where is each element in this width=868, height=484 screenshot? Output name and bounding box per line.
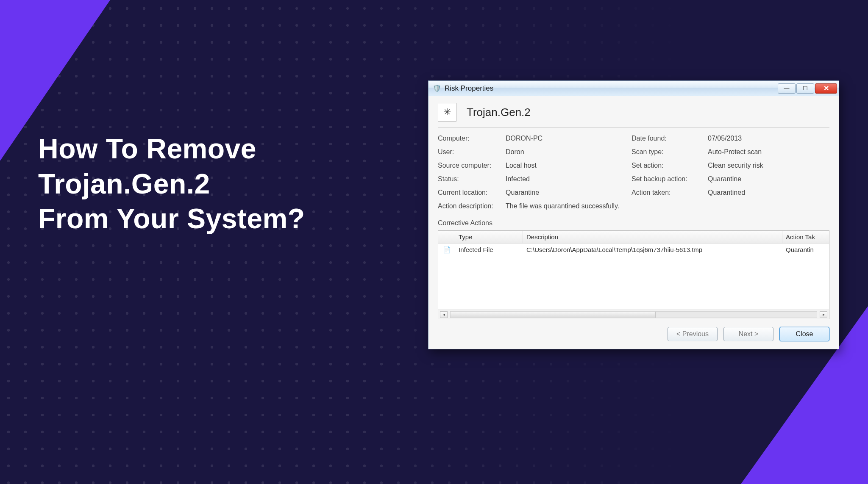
- table-header-icon: [438, 231, 455, 243]
- properties-grid: Computer: DORON-PC Date found: 07/05/201…: [438, 132, 829, 214]
- action-description-label: Action description:: [438, 202, 501, 210]
- set-backup-action-label: Set backup action:: [632, 175, 704, 183]
- dialog-footer: < Previous Next > Close: [438, 319, 829, 341]
- row-action: Quarantin: [782, 243, 829, 256]
- set-action-value: Clean security risk: [708, 162, 829, 169]
- horizontal-scrollbar[interactable]: ◂ ▸: [438, 310, 829, 319]
- row-type: Infected File: [455, 243, 523, 256]
- scroll-left-button[interactable]: ◂: [440, 311, 448, 318]
- table-header-type[interactable]: Type: [455, 231, 523, 243]
- corrective-actions-label: Corrective Actions: [438, 219, 829, 227]
- risk-properties-dialog: 🛡️ Risk Properties — ☐ ✕ ✳ Trojan.Gen.2 …: [428, 80, 839, 349]
- date-found-value: 07/05/2013: [708, 135, 829, 142]
- user-value: Doron: [506, 148, 627, 156]
- close-button[interactable]: Close: [779, 327, 829, 341]
- source-computer-value: Local host: [506, 162, 627, 169]
- source-computer-label: Source computer:: [438, 162, 501, 169]
- action-taken-label: Action taken:: [632, 189, 704, 196]
- status-value: Infected: [506, 175, 627, 183]
- action-taken-value: Quarantined: [708, 189, 829, 196]
- infected-file-icon: 📄: [438, 243, 455, 256]
- close-window-button[interactable]: ✕: [815, 83, 837, 94]
- shield-icon: 🛡️: [433, 84, 441, 92]
- current-location-value: Quarantine: [506, 189, 627, 196]
- headline: How To Remove Trojan.Gen.2 From Your Sys…: [38, 131, 305, 236]
- table-header-description[interactable]: Description: [523, 231, 782, 243]
- titlebar[interactable]: 🛡️ Risk Properties — ☐ ✕: [428, 81, 839, 96]
- table-empty-area: [438, 256, 829, 310]
- banner-stage: How To Remove Trojan.Gen.2 From Your Sys…: [0, 0, 868, 484]
- headline-line-1: How To Remove: [38, 131, 305, 166]
- table-row[interactable]: 📄 Infected File C:\Users\Doron\AppData\L…: [438, 243, 829, 256]
- scroll-track[interactable]: [450, 311, 817, 318]
- computer-label: Computer:: [438, 135, 501, 142]
- window-title: Risk Properties: [445, 84, 777, 93]
- date-found-label: Date found:: [632, 135, 704, 142]
- user-label: User:: [438, 148, 501, 156]
- dialog-content: ✳ Trojan.Gen.2 Computer: DORON-PC Date f…: [428, 96, 839, 349]
- status-label: Status:: [438, 175, 501, 183]
- minimize-button[interactable]: —: [778, 83, 796, 94]
- table-header-row: Type Description Action Tak: [438, 231, 829, 243]
- next-button[interactable]: Next >: [723, 327, 773, 341]
- corrective-actions-table: Type Description Action Tak 📄 Infected F…: [438, 230, 829, 319]
- scan-type-value: Auto-Protect scan: [708, 148, 829, 156]
- scroll-right-button[interactable]: ▸: [820, 311, 827, 318]
- scan-type-label: Scan type:: [632, 148, 704, 156]
- set-backup-action-value: Quarantine: [708, 175, 829, 183]
- threat-file-icon: ✳: [438, 103, 456, 122]
- set-action-label: Set action:: [632, 162, 704, 169]
- row-description: C:\Users\Doron\AppData\Local\Temp\1qsj6m…: [523, 243, 782, 256]
- previous-button[interactable]: < Previous: [668, 327, 718, 341]
- divider: [438, 127, 829, 128]
- scroll-thumb[interactable]: [451, 312, 656, 318]
- action-description-value: The file was quarantined successfully.: [506, 202, 619, 210]
- computer-value: DORON-PC: [506, 135, 627, 142]
- threat-header: ✳ Trojan.Gen.2: [438, 103, 829, 127]
- maximize-button[interactable]: ☐: [796, 83, 814, 94]
- table-header-action[interactable]: Action Tak: [782, 231, 829, 243]
- current-location-label: Current location:: [438, 189, 501, 196]
- threat-name: Trojan.Gen.2: [467, 106, 531, 119]
- headline-line-2: Trojan.Gen.2: [38, 166, 305, 202]
- headline-line-3: From Your System?: [38, 201, 305, 236]
